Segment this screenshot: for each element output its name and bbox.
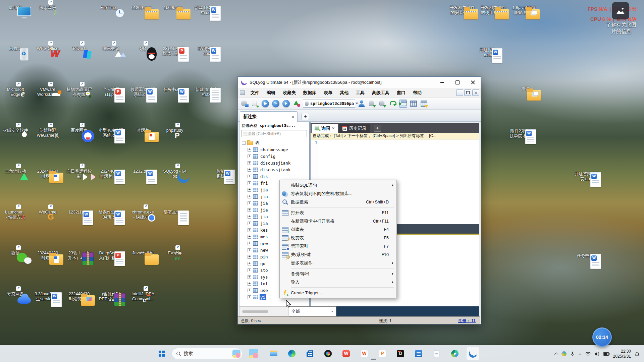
desktop-icon[interactable]: 开发相关软件 的安装包.zip (447, 5, 478, 15)
desktop-icon[interactable]: 23软工4班时 熠梵人机交... (159, 46, 190, 56)
desktop-icon[interactable]: (含源代码 PPT报告).rar (96, 291, 126, 302)
mdi-minimize-button[interactable] (456, 89, 463, 96)
desktop-icon[interactable]: 小型仓库管理 系统.doc (96, 127, 126, 138)
desktop-icon[interactable]: WeGame (32, 209, 63, 215)
context-menu-item[interactable]: 关/系/外键 F10 (280, 250, 396, 259)
battery-icon[interactable] (603, 352, 610, 356)
result-filter-dropdown[interactable]: 全部 (289, 306, 336, 316)
expand-icon[interactable] (248, 188, 251, 192)
toolbar-export-database[interactable] (378, 100, 386, 108)
taskbar-slides-app[interactable] (376, 347, 389, 360)
desktop-icon[interactable]: 23软工（专 升本）4班... (64, 250, 95, 261)
context-menu-item[interactable]: 管理索引 F7 (280, 242, 396, 250)
desktop-icon[interactable]: 3.3JavaEE-原 生servlet_j... (32, 291, 63, 302)
desktop-icon[interactable]: DeepSeek从 入门到精通... (96, 250, 126, 261)
desktop-icon[interactable]: VMware Workstati... (32, 86, 63, 97)
context-menu-item[interactable]: Create Trigger... (280, 289, 396, 297)
taskbar-pinwheel-app[interactable] (448, 347, 462, 360)
taskbar-tasks-app[interactable] (412, 347, 425, 360)
expand-icon[interactable] (248, 228, 251, 232)
tray-overflow-chevron-icon[interactable] (554, 352, 558, 356)
desktop-icon[interactable]: 夸克网盘 (0, 291, 31, 297)
desktop-icon[interactable]: Microsoft Edge (0, 86, 31, 97)
desktop-icon[interactable]: 智能 系统 (205, 168, 236, 179)
context-menu-item[interactable]: 数据搜索 Ctrl+Shift+D (280, 198, 396, 206)
context-menu-item[interactable]: 备份/导出 (280, 269, 396, 278)
toolbar-execute-query[interactable] (261, 100, 269, 108)
table-filter-input[interactable] (241, 130, 307, 137)
query-tab[interactable]: 询问 (312, 124, 338, 133)
expand-icon[interactable] (248, 235, 251, 239)
new-connection-tab-button[interactable] (302, 113, 309, 120)
toolbar-new-connection[interactable] (251, 100, 259, 108)
menu-item[interactable]: 收藏夹 (279, 88, 300, 97)
desktop-icon[interactable]: 1.6javaEE健 康管理系... (508, 5, 539, 15)
tab-close-icon[interactable] (291, 114, 294, 119)
desktop-icon[interactable]: 汽水音乐 (32, 5, 63, 10)
context-menu-item[interactable]: 粘贴SQL语句 (280, 181, 396, 189)
connection-tab[interactable]: 新连接 (240, 111, 298, 122)
tab-close-icon[interactable] (332, 126, 335, 131)
toolbar-execute-all[interactable] (272, 100, 280, 108)
desktop-icon[interactable]: Java环境包 (127, 250, 158, 256)
tray-app-icon[interactable] (561, 351, 567, 356)
context-menu-item[interactable]: 导入 (280, 278, 396, 286)
desktop-icon[interactable]: 结课作业模板 34班.doc (96, 209, 126, 220)
tree-item-table[interactable]: discussjiank (239, 160, 309, 166)
expand-icon[interactable] (248, 255, 251, 259)
desktop-icon[interactable]: 植物大战僵尸 杂交版 (64, 86, 95, 97)
toolbar-table-grid[interactable] (410, 100, 418, 108)
desktop-icon[interactable]: SQLyog - 64 bit (159, 168, 190, 179)
desktop-icon[interactable]: chrome.exe - 快捷方式 (127, 209, 158, 220)
expand-icon[interactable] (248, 181, 251, 185)
taskbar-file-explorer[interactable] (267, 347, 280, 360)
tree-item-table[interactable]: dis (239, 173, 309, 180)
close-button[interactable] (465, 77, 481, 88)
expand-icon[interactable] (248, 262, 251, 265)
desktop-icon[interactable]: 腾讯会议 (96, 46, 126, 51)
desktop-icon[interactable]: EV录屏 (159, 250, 190, 256)
taskbar-intellij-idea[interactable] (394, 347, 407, 360)
expand-icon[interactable] (248, 148, 251, 152)
context-menu-item[interactable]: 在新选项卡中打开表格 Ctrl+F11 (280, 217, 396, 225)
expand-icon[interactable] (248, 282, 251, 286)
menu-item[interactable]: 表单 (320, 88, 336, 97)
menu-item[interactable]: 文件 (247, 88, 263, 97)
desktop-icon[interactable]: 开题答辩记录 表.docx (572, 171, 602, 182)
context-menu-item[interactable]: 将表复制到不同的主机/数据库... (280, 189, 396, 198)
desktop-icon[interactable]: 新建 文本文 档.txt (191, 86, 222, 97)
desktop-icon[interactable]: 此电脑 (0, 5, 31, 10)
expand-icon[interactable] (248, 168, 251, 172)
taskbar-sqlyog[interactable] (466, 347, 480, 360)
desktop-icon[interactable]: FileTime_... (96, 5, 126, 10)
database-selector[interactable]: springboot3c3856pa (303, 100, 355, 108)
tree-item-table[interactable]: config (239, 153, 309, 160)
desktop-icon[interactable]: phpstudy (159, 127, 190, 133)
desktop-icon[interactable]: 个人简历 (1).pdf (96, 86, 126, 97)
expand-icon[interactable] (248, 175, 251, 178)
expand-icon[interactable] (248, 222, 251, 225)
expand-icon[interactable] (248, 195, 251, 198)
desktop-icon[interactable]: 附件2郑州科 技学院本科... (506, 128, 537, 139)
tree-root-tables[interactable]: 表 (239, 139, 309, 146)
toolbar-refresh-objects[interactable] (292, 100, 301, 108)
expand-icon[interactable] (248, 268, 251, 272)
desktop-icon[interactable]: 火绒安全软件 (0, 127, 31, 133)
status-register-link[interactable]: 注册： 11 (458, 318, 476, 324)
expand-icon[interactable] (248, 248, 251, 252)
microphone-icon[interactable] (570, 351, 575, 357)
minimize-button[interactable] (434, 77, 450, 88)
desktop-icon[interactable]: 实习报告. doc (191, 46, 222, 56)
tree-item-table[interactable]: discussjiank (239, 166, 309, 173)
desktop-icon[interactable]: 232440430 时熠梵十... (64, 291, 95, 302)
context-menu-item[interactable]: 更多表操作 (280, 259, 396, 267)
desktop-icon[interactable]: 新建 DOC 文 档.doc (191, 5, 222, 15)
expand-icon[interactable] (248, 289, 251, 292)
menu-item[interactable]: 高级工具 (368, 88, 393, 97)
context-menu-item[interactable]: 打开表 F11 (280, 208, 396, 217)
menu-item[interactable]: 其他 (336, 88, 352, 97)
spotlight-caption[interactable]: 了解有关此图 片的信息 (601, 21, 641, 35)
desktop-icon[interactable]: ToDesk (64, 46, 95, 51)
maximize-button[interactable] (450, 77, 465, 88)
desktop-icon[interactable]: 1232(1).d... (64, 209, 95, 215)
